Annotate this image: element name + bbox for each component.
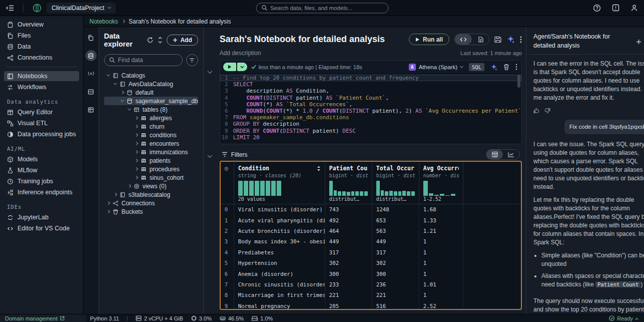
save-icon[interactable] — [494, 36, 501, 43]
code-line[interactable]: 10LIMIT 20 — [220, 134, 521, 141]
find-data-input[interactable] — [118, 57, 178, 64]
kernel-selector[interactable]: A Athena (Spark) — [409, 64, 463, 71]
filter-tree-button[interactable] — [186, 54, 198, 66]
code-line[interactable]: 6 ROUND(COUNT(*) * 1.0 / COUNT(DISTINCT … — [220, 108, 521, 114]
code-editor[interactable]: 1-- Find top 20 conditions by patient co… — [220, 73, 521, 144]
table-row[interactable]: 2Acute bronchitis (disorder)4645631.21 — [221, 226, 521, 236]
tree-item-connections[interactable]: Connections — [104, 199, 198, 207]
table-row[interactable]: 1Acute viral pharyngitis (disorder)49265… — [221, 215, 521, 225]
tree-item-table-encounters[interactable]: encounters — [104, 139, 198, 148]
collapse-cell-icon[interactable] — [207, 69, 212, 74]
memory-usage[interactable]: 46.5% — [220, 315, 244, 321]
code-line[interactable]: 7FROM sagemaker_sample_db.conditions — [220, 114, 521, 121]
code-view-toggle[interactable] — [455, 34, 472, 45]
tree-item-table-procedures[interactable]: procedures — [104, 165, 198, 173]
tree-item-s3tablescatalog[interactable]: s3tablescatalog — [104, 190, 198, 199]
collapse-tree-icon[interactable] — [158, 37, 163, 44]
tree-item-views[interactable]: views (0) — [104, 182, 198, 190]
sidebar-item-visual-etl[interactable]: Visual ETL — [4, 118, 79, 128]
sidebar-item-connections[interactable]: Connections — [4, 53, 79, 63]
collapse-output-icon[interactable] — [207, 153, 212, 158]
sidebar-item-data[interactable]: Data — [4, 42, 79, 52]
column-header-avg-occurrences[interactable]: Avg Occurrenc.. number · distribu… 1-2.5… — [419, 162, 463, 204]
tree-item-table-immunizations[interactable]: immunizations — [104, 148, 198, 156]
project-selector[interactable]: ClinicalDataProject — [47, 3, 116, 14]
ai-sparkle-icon[interactable] — [490, 64, 497, 71]
add-description[interactable]: Add description — [220, 50, 261, 57]
table-row[interactable]: 3Body mass index 30+ - obesity (findin…4… — [221, 236, 521, 247]
split-panel-icon[interactable] — [86, 86, 97, 97]
code-line[interactable]: 8GROUP BY description — [220, 121, 521, 127]
copy-panel-icon[interactable] — [86, 32, 97, 43]
run-cell-button[interactable] — [223, 63, 236, 71]
table-row[interactable]: 8Miscarriage in first trimester2212211 — [221, 290, 521, 300]
table-row[interactable]: 9Normal pregnancy2055162.52 — [221, 301, 521, 310]
filters-label[interactable]: Filters — [231, 151, 248, 158]
run-all-button[interactable]: Run all — [409, 34, 449, 45]
sidebar-item-workflows[interactable]: Workflows — [4, 82, 79, 92]
sort-icon[interactable] — [317, 166, 321, 171]
new-chat-icon[interactable] — [636, 34, 641, 50]
sidebar-item-query-editor[interactable]: Query Editor — [4, 107, 79, 117]
sidebar-item-vscode[interactable]: Editor for VS Code — [4, 223, 79, 233]
global-search-input[interactable] — [270, 5, 383, 11]
table-row[interactable]: 0Viral sinusitis (disorder)74312481.68 — [221, 204, 521, 215]
tree-item-catalogs[interactable]: Catalogs — [104, 71, 198, 80]
code-line[interactable]: 1-- Find top 20 conditions by patient co… — [220, 75, 521, 81]
code-line[interactable]: 9ORDER BY COUNT(DISTINCT patient) DESC — [220, 128, 521, 134]
column-header-patient-count[interactable]: Patient Count bigint · distribu… distrib… — [325, 162, 372, 204]
table-row[interactable]: 4Prediabetes3173171 — [221, 247, 521, 258]
tree-item-default-db[interactable]: default — [104, 88, 198, 97]
cpu-usage[interactable]: 3.0% — [191, 315, 212, 321]
disk-usage[interactable]: 1.0% — [252, 315, 273, 321]
sidebar-item-data-processing-jobs[interactable]: Data processing jobs — [4, 129, 79, 139]
tree-item-table-allergies[interactable]: allergies — [104, 114, 198, 122]
code-line[interactable]: 3 description AS Condition, — [220, 88, 521, 94]
tree-item-table-sinus-cohort[interactable]: sinus_cohort — [104, 173, 198, 182]
column-header-condition[interactable]: Condition string · classes (20) 20 value… — [234, 162, 325, 204]
sidebar-item-overview[interactable]: Overview — [4, 20, 79, 30]
language-badge[interactable]: SQL — [469, 63, 484, 71]
scrollbar[interactable] — [517, 75, 520, 88]
python-version[interactable]: Python 3.11 — [90, 315, 119, 321]
kernel-status[interactable]: Ready — [609, 315, 644, 321]
tree-item-table-patients[interactable]: patients — [104, 156, 198, 165]
chart-view-toggle[interactable] — [503, 150, 519, 159]
ai-sparkle-icon[interactable] — [506, 35, 515, 44]
sidebar-item-jupyterlab[interactable]: JupyterLab — [4, 212, 79, 222]
tree-item-tables[interactable]: tables (8) — [104, 105, 198, 114]
table-row[interactable]: 5Hypertension3023021 — [221, 258, 521, 268]
cell-options-icon[interactable] — [515, 64, 517, 70]
delete-cell-icon[interactable] — [503, 64, 509, 70]
variables-panel-icon[interactable] — [86, 68, 97, 79]
tree-item-buckets[interactable]: Buckets — [104, 207, 198, 216]
code-line[interactable]: 4 COUNT(DISTINCT patient) AS `Patient Co… — [220, 95, 521, 101]
run-cell-options-button[interactable] — [237, 63, 247, 71]
find-data-search[interactable] — [104, 54, 183, 66]
breadcrumb-notebooks-link[interactable]: Notebooks — [90, 18, 118, 25]
tree-item-awsdatacatalog[interactable]: AwsDataCatalog — [104, 80, 198, 88]
feedback-icon[interactable] — [612, 4, 619, 12]
sidebar-item-inference-endpoints[interactable]: Inference endpoints — [4, 187, 79, 197]
sidebar-item-mlflow[interactable]: MLflow — [4, 165, 79, 175]
sidebar-item-training-jobs[interactable]: Training jobs — [4, 176, 79, 186]
add-button[interactable]: Add — [167, 35, 198, 46]
thumbs-up-icon[interactable] — [533, 108, 539, 114]
global-search[interactable] — [256, 3, 388, 13]
table-view-toggle[interactable] — [486, 150, 503, 159]
help-icon[interactable] — [593, 4, 601, 12]
column-header-total-occurrences[interactable]: Total Occurre.. bigint · distribu… distr… — [372, 162, 419, 204]
table-row[interactable]: 7Chronic sinusitis (disorder)2332361.01 — [221, 279, 521, 290]
sidebar-item-models[interactable]: Models — [4, 154, 79, 164]
document-view-toggle[interactable] — [472, 34, 489, 45]
more-options-icon[interactable] — [520, 36, 522, 43]
tree-item-sagemaker-sample-db[interactable]: sagemaker_sample_db — [104, 97, 198, 105]
sidebar-item-notebooks[interactable]: Notebooks — [4, 71, 79, 81]
compute-instance[interactable]: 2 vCPU + 4 GiB — [136, 315, 183, 321]
collapse-menu-icon[interactable] — [6, 5, 14, 12]
sidebar-item-files[interactable]: Files — [4, 31, 79, 41]
code-line[interactable]: 5 COUNT(*) AS `Total Occurrences`, — [220, 101, 521, 108]
refresh-icon[interactable] — [147, 37, 154, 44]
select-column-icon[interactable]: ◎ — [225, 165, 228, 172]
thumbs-down-icon[interactable] — [544, 108, 550, 114]
